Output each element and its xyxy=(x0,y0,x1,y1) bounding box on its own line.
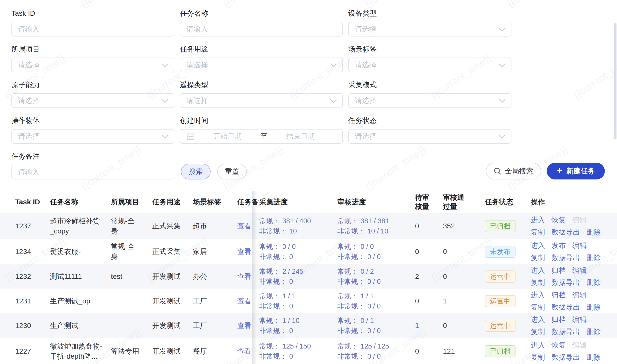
data-export-link[interactable]: 数据导出 xyxy=(552,351,580,363)
cell-task-id: 1231 xyxy=(15,297,50,305)
restore-link[interactable]: 恢复 xyxy=(552,214,566,226)
edit-link[interactable]: 编辑 xyxy=(572,289,587,301)
cell-task-id: 1232 xyxy=(15,272,50,281)
vertical-scrollbar-thumb[interactable] xyxy=(614,23,616,139)
publish-link[interactable]: 发布 xyxy=(552,240,566,252)
archive-link[interactable]: 归档 xyxy=(552,289,566,301)
view-note-link[interactable]: 查看 xyxy=(237,222,251,230)
field-label: 任务用途 xyxy=(180,45,343,53)
cell-pending-review: 2 xyxy=(415,272,443,281)
right-buttons: 全局搜索 + 新建任务 xyxy=(486,163,605,179)
copy-link[interactable]: 复制 xyxy=(531,277,545,289)
enter-link[interactable]: 进入 xyxy=(531,214,545,226)
restore-link[interactable]: 恢复 xyxy=(552,339,566,351)
cell-pending-review: 0 xyxy=(415,347,443,355)
delete-link[interactable]: 删除 xyxy=(587,326,601,338)
create-time-range-picker[interactable]: 开始日期 至 结束日期 xyxy=(180,129,343,144)
cell-actions: 进入恢复编辑复制数据导出删除 xyxy=(531,339,617,363)
cell-task-name: 熨烫衣服- xyxy=(50,247,111,257)
copy-link[interactable]: 复制 xyxy=(531,301,545,313)
view-note-link[interactable]: 查看 xyxy=(237,248,251,256)
teleop-type-select[interactable]: 请选择 xyxy=(180,93,343,108)
operate-object-select[interactable]: 请选择 xyxy=(11,129,174,144)
cell-review-passed: 0 xyxy=(443,322,485,330)
cell-actions: 进入恢复编辑复制数据导出删除 xyxy=(531,214,617,238)
cell-collect-progress: 常规：1 / 10 非常规：0 xyxy=(259,316,337,336)
select-placeholder: 请选择 xyxy=(355,96,376,105)
end-date-input[interactable]: 结束日期 xyxy=(268,132,334,141)
cell-task-name: 微波炉加热食物-干扰-depth降... xyxy=(50,341,111,361)
data-export-link[interactable]: 数据导出 xyxy=(552,252,580,264)
enter-link[interactable]: 进入 xyxy=(531,240,545,252)
copy-link[interactable]: 复制 xyxy=(531,252,545,264)
chevron-down-icon xyxy=(499,135,505,139)
select-placeholder: 请选择 xyxy=(18,96,39,105)
field-label: 遥操类型 xyxy=(180,81,343,89)
task-note-input[interactable]: 请输入 xyxy=(11,165,174,179)
atomic-capability-select[interactable]: 请选择 xyxy=(11,93,174,108)
data-export-link[interactable]: 数据导出 xyxy=(552,301,580,313)
cell-task-id: 1234 xyxy=(15,248,50,256)
header-collect-progress: 采集进度 xyxy=(259,197,337,207)
global-search-button[interactable]: 全局搜索 xyxy=(486,163,541,179)
cell-task-note: 查看 xyxy=(237,221,259,231)
data-export-link[interactable]: 数据导出 xyxy=(552,277,580,289)
view-note-link[interactable]: 查看 xyxy=(237,347,251,355)
cell-review-progress: 常规：0 / 1 非常规：0 / 0 xyxy=(337,316,415,336)
cell-task-id: 1237 xyxy=(15,222,50,230)
enter-link[interactable]: 进入 xyxy=(531,264,545,277)
copy-link[interactable]: 复制 xyxy=(531,326,545,338)
enter-link[interactable]: 进入 xyxy=(531,314,545,326)
reset-button[interactable]: 重置 xyxy=(217,164,247,179)
delete-link[interactable]: 删除 xyxy=(587,277,601,289)
task-name-input[interactable]: 请输入 xyxy=(180,22,343,37)
filter-field-task-purpose: 任务用途 请选择 xyxy=(180,45,343,72)
cell-project: 算法专用 xyxy=(111,346,152,356)
task-id-input[interactable]: 请输入 xyxy=(11,22,174,37)
view-note-link[interactable]: 查看 xyxy=(237,297,251,305)
cell-task-name: 生产测试 xyxy=(50,321,111,331)
delete-link[interactable]: 删除 xyxy=(587,301,601,313)
edit-link[interactable]: 编辑 xyxy=(572,314,587,326)
copy-link[interactable]: 复制 xyxy=(531,351,545,363)
field-label: 场景标签 xyxy=(348,45,511,53)
chevron-down-icon xyxy=(162,63,168,67)
data-export-link[interactable]: 数据导出 xyxy=(552,226,580,238)
chevron-down-icon xyxy=(499,63,505,67)
data-export-link[interactable]: 数据导出 xyxy=(552,326,580,338)
cell-task-note: 查看 xyxy=(237,296,259,306)
filter-field-task-status: 任务状态 请选择 xyxy=(348,116,511,144)
edit-link[interactable]: 编辑 xyxy=(572,240,587,252)
scene-tag-select[interactable]: 请选择 xyxy=(348,58,511,72)
device-type-select[interactable]: 请选择 xyxy=(348,22,511,37)
cell-collect-progress: 常规：1 / 1 非常规：0 xyxy=(259,291,337,311)
cell-collect-progress: 常规：2 / 245 非常规：0 xyxy=(259,266,337,287)
view-note-link[interactable]: 查看 xyxy=(237,272,251,280)
start-date-input[interactable]: 开始日期 xyxy=(195,132,261,141)
archive-link[interactable]: 归档 xyxy=(552,264,566,277)
collect-mode-select[interactable]: 请选择 xyxy=(348,93,511,108)
edit-link[interactable]: 编辑 xyxy=(572,264,587,277)
delete-link[interactable]: 删除 xyxy=(587,351,601,363)
cell-scene-tag: 超市 xyxy=(193,221,237,231)
search-button[interactable]: 搜索 xyxy=(181,164,211,179)
filter-field-scene-tag: 场景标签 请选择 xyxy=(348,45,511,72)
view-note-link[interactable]: 查看 xyxy=(237,322,251,330)
cell-purpose: 开发测试 xyxy=(152,272,193,281)
field-label: 创建时间 xyxy=(180,116,343,125)
archive-link[interactable]: 归档 xyxy=(552,314,566,326)
cell-collect-progress: 常规：125 / 150 非常规：0 xyxy=(259,341,337,361)
copy-link[interactable]: 复制 xyxy=(531,226,545,238)
cell-task-status: 已归档 xyxy=(485,345,531,357)
cell-task-name: 超市冷鲜柜补货_copy xyxy=(50,216,111,236)
enter-link[interactable]: 进入 xyxy=(531,339,545,351)
task-status-select[interactable]: 请选择 xyxy=(348,129,511,144)
delete-link[interactable]: 删除 xyxy=(587,252,601,264)
delete-link[interactable]: 删除 xyxy=(587,226,601,238)
project-select[interactable]: 请选择 xyxy=(11,58,174,72)
cell-pending-review: 1 xyxy=(415,322,443,330)
cell-review-progress: 常规：0 / 2 非常规：0 / 0 xyxy=(337,266,415,287)
enter-link[interactable]: 进入 xyxy=(531,289,545,301)
new-task-button[interactable]: + 新建任务 xyxy=(547,163,605,179)
task-purpose-select[interactable]: 请选择 xyxy=(180,58,343,72)
